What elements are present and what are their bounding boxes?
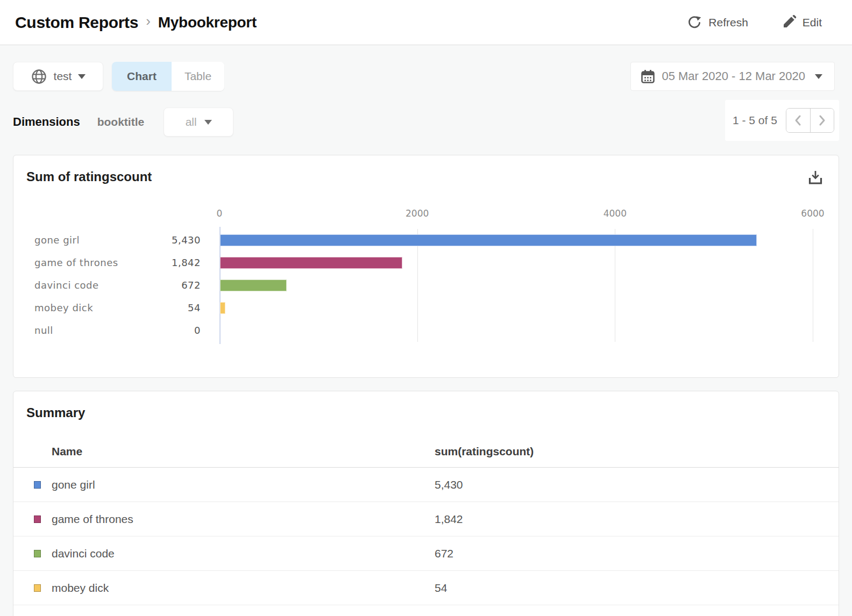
edit-label: Edit <box>803 16 822 29</box>
column-header-value: sum(ratingscount) <box>435 445 534 458</box>
refresh-icon <box>686 15 702 31</box>
header: Custom Reports › Mybookreport Refresh Ed… <box>0 0 852 45</box>
category-label: game of thrones <box>34 252 118 274</box>
pagination: 1 - 5 of 5 <box>725 100 839 141</box>
x-axis-tick-label: 2000 <box>406 208 429 219</box>
dimensions-label: Dimensions <box>13 115 80 129</box>
series-color-swatch <box>34 515 41 523</box>
next-page-button[interactable] <box>810 109 834 132</box>
page-title: Mybookreport <box>158 14 257 31</box>
x-axis-tick-label: 0 <box>217 208 223 219</box>
value-label: 672 <box>121 274 201 297</box>
tab-table[interactable]: Table <box>172 62 224 91</box>
bar-davinci-code[interactable] <box>220 280 287 291</box>
summary-card: Summary Name sum(ratingscount) gone girl… <box>13 391 839 616</box>
category-label: gone girl <box>34 229 80 252</box>
dimensions-row: Dimensions booktitle all <box>13 108 839 137</box>
row-name: game of thrones <box>52 502 133 536</box>
chevron-right-icon <box>817 114 827 126</box>
row-value: 54 <box>435 571 447 605</box>
refresh-label: Refresh <box>708 16 748 29</box>
bar-gone-girl[interactable] <box>220 234 757 246</box>
series-color-swatch <box>34 584 41 592</box>
x-axis-tick-label: 4000 <box>604 208 627 219</box>
pagination-range-label: 1 - 5 of 5 <box>733 114 777 127</box>
refresh-button[interactable]: Refresh <box>686 15 748 31</box>
summary-table-body: gone girl5,430game of thrones1,842davinc… <box>13 468 839 605</box>
table-row: mobey dick54 <box>13 571 839 605</box>
table-row: davinci code672 <box>13 536 839 571</box>
edit-button[interactable]: Edit <box>780 15 822 31</box>
summary-table-header: Name sum(ratingscount) <box>13 441 839 468</box>
row-name: davinci code <box>52 536 115 571</box>
row-name: mobey dick <box>52 571 109 605</box>
custom-report-page: { "header": { "breadcrumb_root": "Custom… <box>0 0 852 616</box>
bar-game-of-thrones[interactable] <box>220 257 402 269</box>
date-range-value: 05 Mar 2020 - 12 Mar 2020 <box>662 69 805 83</box>
row-value: 5,430 <box>435 468 463 502</box>
chevron-down-icon <box>78 74 86 79</box>
chevron-down-icon <box>204 120 212 125</box>
date-range-picker[interactable]: 05 Mar 2020 - 12 Mar 2020 <box>630 62 835 91</box>
pencil-icon <box>780 15 797 31</box>
dimension-filter-dropdown[interactable]: all <box>164 108 233 137</box>
category-label: mobey dick <box>34 297 93 319</box>
scope-dropdown[interactable]: test <box>13 62 103 91</box>
value-label: 54 <box>121 297 201 319</box>
chevron-down-icon <box>815 74 822 79</box>
series-color-swatch <box>34 550 41 557</box>
scope-dropdown-value: test <box>54 70 72 83</box>
tab-chart[interactable]: Chart <box>112 62 172 91</box>
column-header-name: Name <box>52 445 82 458</box>
x-axis-tick-label: 6000 <box>801 208 824 219</box>
category-label: davinci code <box>34 274 99 297</box>
series-color-swatch <box>34 481 41 489</box>
breadcrumb: Custom Reports › Mybookreport <box>15 13 686 32</box>
calendar-icon <box>641 69 655 84</box>
summary-table: Name sum(ratingscount) gone girl5,430gam… <box>13 441 839 605</box>
globe-icon <box>31 68 47 85</box>
value-label: 5,430 <box>121 229 201 252</box>
view-switcher: Chart Table <box>112 62 224 91</box>
row-name: gone girl <box>52 468 95 502</box>
bar-chart: 0200040006000gone girl5,430game of thron… <box>13 155 839 377</box>
gridline <box>813 229 813 342</box>
bar-mobey-dick[interactable] <box>220 302 225 314</box>
value-label: 1,842 <box>121 252 201 274</box>
summary-title: Summary <box>26 405 85 420</box>
chevron-left-icon <box>793 114 803 126</box>
dimension-field-label: booktitle <box>97 116 145 128</box>
controls-row: test Chart Table 05 Mar 2020 - 12 Mar 20… <box>13 62 839 91</box>
category-label: null <box>34 319 53 342</box>
previous-page-button[interactable] <box>786 109 810 132</box>
breadcrumb-root[interactable]: Custom Reports <box>15 13 138 32</box>
value-label: 0 <box>121 319 201 342</box>
table-row: game of thrones1,842 <box>13 502 839 536</box>
dimension-filter-value: all <box>186 116 197 128</box>
table-row: gone girl5,430 <box>13 468 839 502</box>
row-value: 672 <box>435 536 453 571</box>
breadcrumb-separator-icon: › <box>146 13 151 32</box>
pager-buttons <box>786 108 834 133</box>
chart-card: Sum of ratingscount 0200040006000gone gi… <box>13 155 839 378</box>
row-value: 1,842 <box>435 502 463 536</box>
